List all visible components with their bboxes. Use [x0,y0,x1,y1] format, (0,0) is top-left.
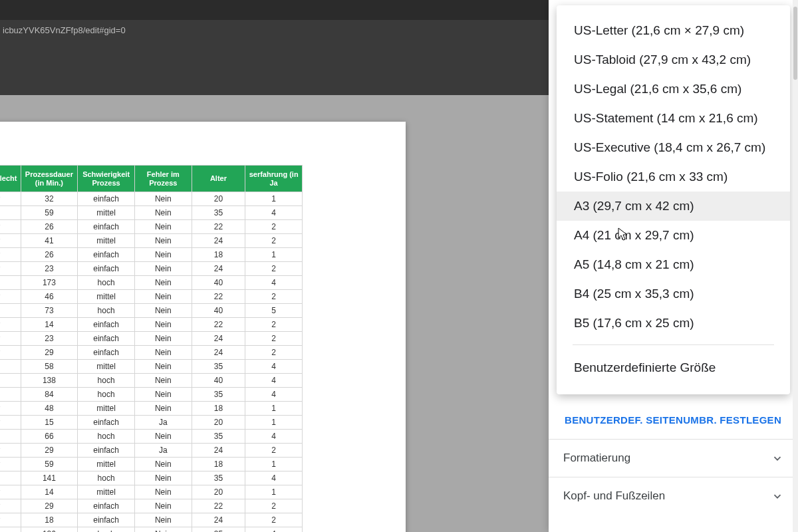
paper-size-option[interactable]: US-Statement (14 cm x 21,6 cm) [557,104,790,133]
table-cell: Nein [134,276,192,290]
table-cell: 35 [192,430,245,444]
table-cell: w [0,513,21,527]
table-cell: 46 [21,290,78,304]
table-cell: Nein [134,346,192,360]
scrollbar-thumb[interactable] [793,7,797,80]
table-cell: einfach [78,192,135,206]
table-header: Alter [192,166,245,192]
url-fragment: icbuzYVK65VnZFfp8/edit#gid=0 [0,25,126,35]
table-cell: einfach [78,346,135,360]
table-cell: 41 [21,234,78,248]
table-cell: 2 [245,499,303,513]
table-row: w26einfachNein222 [0,220,303,234]
table-cell: m [0,276,21,290]
table-row: m73hochNein405 [0,304,303,318]
table-cell: w [0,444,21,458]
table-row: m84hochNein354 [0,388,303,402]
accordion-headers-footers[interactable]: Kopf- und Fußzeilen [549,477,798,515]
table-cell: 2 [245,234,303,248]
table-cell: mittel [78,458,135,471]
table-cell: 138 [21,374,78,388]
table-row: m138hochNein404 [0,374,303,388]
table-cell: Nein [134,458,192,471]
paper-size-option[interactable]: A5 (14,8 cm x 21 cm) [557,250,790,279]
table-cell: 4 [245,374,303,388]
table-cell: m [0,206,21,220]
table-cell: 1 [245,458,303,471]
table-row: w14einfachNein222 [0,318,303,332]
table-cell: einfach [78,248,135,262]
table-row: m59mittelNein354 [0,206,303,220]
table-cell: 1 [245,192,303,206]
table-cell: einfach [78,318,135,332]
table-cell: 35 [192,206,245,220]
table-cell: 29 [21,346,78,360]
chevron-down-icon [771,490,783,502]
table-cell: 40 [192,304,245,318]
table-cell: 126 [21,527,78,533]
table-cell: Nein [134,430,192,444]
table-cell: w [0,192,21,206]
table-cell: hoch [78,430,135,444]
table-cell: Nein [134,388,192,402]
table-cell: 4 [245,527,303,533]
table-cell: 4 [245,360,303,374]
table-cell: 4 [245,206,303,220]
panel-scrollbar[interactable] [793,0,798,532]
table-row: w23einfachNein242 [0,262,303,276]
table-cell: 35 [192,360,245,374]
paper-size-option[interactable]: US-Legal (21,6 cm x 35,6 cm) [557,74,790,104]
paper-size-custom[interactable]: Benutzerdefinierte Größe [557,353,790,382]
paper-size-option[interactable]: US-Folio (21,6 cm x 33 cm) [557,162,790,192]
table-row: w14mittelNein201 [0,485,303,499]
table-cell: Nein [134,374,192,388]
paper-size-option[interactable]: A4 (21 cm x 29,7 cm) [557,221,790,250]
table-row: w18einfachNein242 [0,513,303,527]
table-row: w26einfachNein181 [0,248,303,262]
table-cell: 23 [21,262,78,276]
set-custom-page-breaks-link[interactable]: BENUTZERDEF. SEITENUMBR. FESTLEGEN [549,402,798,439]
table-cell: Nein [134,234,192,248]
table-cell: 5 [245,304,303,318]
table-cell: Nein [134,262,192,276]
table-cell: 18 [192,458,245,471]
table-cell: 18 [192,248,245,262]
table-cell: m [0,388,21,402]
table-cell: 1 [245,402,303,416]
table-row: w32einfachNein201 [0,192,303,206]
table-cell: einfach [78,499,135,513]
table-cell: 2 [245,290,303,304]
table-cell: 84 [21,388,78,402]
table-cell: 14 [21,485,78,499]
table-cell: 24 [192,332,245,346]
table-cell: w [0,458,21,471]
table-cell: Nein [134,304,192,318]
paper-size-option[interactable]: US-Tabloid (27,9 cm x 43,2 cm) [557,45,790,74]
table-cell: einfach [78,444,135,458]
accordion-formatting[interactable]: Formatierung [549,439,798,477]
table-cell: 35 [192,388,245,402]
table-cell: 24 [192,346,245,360]
table-cell: w [0,220,21,234]
table-cell: 173 [21,276,78,290]
table-cell: 48 [21,402,78,416]
table-cell: 14 [21,318,78,332]
paper-size-option[interactable]: B5 (17,6 cm x 25 cm) [557,309,790,338]
paper-size-option[interactable]: US-Letter (21,6 cm × 27,9 cm) [557,16,790,45]
table-cell: w [0,402,21,416]
paper-size-option[interactable]: B4 (25 cm x 35,3 cm) [557,279,790,309]
table-cell: 4 [245,471,303,485]
table-cell: 4 [245,276,303,290]
accordion-formatting-label: Formatierung [563,452,630,465]
table-header: Fehler im Prozess [134,166,192,192]
table-cell: einfach [78,332,135,346]
paper-size-option[interactable]: A3 (29,7 cm x 42 cm) [557,192,790,221]
table-cell: einfach [78,220,135,234]
paper-size-option[interactable]: US-Executive (18,4 cm x 26,7 cm) [557,133,790,162]
table-cell: mittel [78,402,135,416]
table-cell: 29 [21,499,78,513]
table-cell: 15 [21,416,78,430]
table-cell: w [0,416,21,430]
table-cell: hoch [78,471,135,485]
table-cell: w [0,234,21,248]
